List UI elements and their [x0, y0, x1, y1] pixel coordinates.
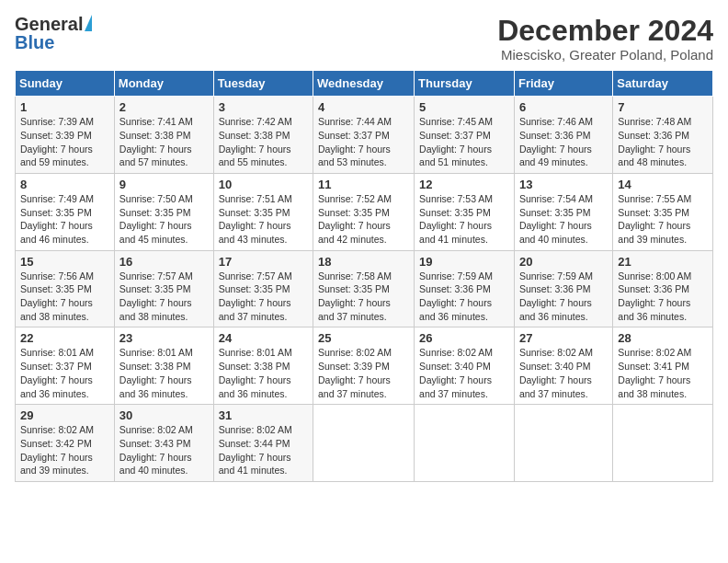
calendar-cell-w5-d5 [415, 405, 515, 482]
calendar-cell-w2-d5: 12Sunrise: 7:53 AMSunset: 3:35 PMDayligh… [415, 173, 515, 250]
day-number: 22 [20, 331, 109, 345]
day-detail: Sunrise: 7:59 AMSunset: 3:36 PMDaylight:… [419, 270, 493, 322]
calendar-cell-w4-d3: 24Sunrise: 8:01 AMSunset: 3:38 PMDayligh… [213, 327, 313, 405]
day-number: 19 [419, 255, 509, 269]
logo-triangle-icon [85, 15, 92, 31]
calendar-cell-w3-d5: 19Sunrise: 7:59 AMSunset: 3:36 PMDayligh… [415, 250, 515, 327]
calendar-cell-w3-d6: 20Sunrise: 7:59 AMSunset: 3:36 PMDayligh… [514, 250, 612, 327]
calendar-cell-w1-d1: 1Sunrise: 7:39 AMSunset: 3:39 PMDaylight… [16, 97, 115, 174]
header-tuesday: Tuesday [213, 71, 313, 97]
calendar-cell-w2-d3: 10Sunrise: 7:51 AMSunset: 3:35 PMDayligh… [213, 173, 313, 250]
day-number: 7 [618, 100, 708, 114]
day-number: 13 [519, 178, 608, 191]
calendar-cell-w2-d1: 8Sunrise: 7:49 AMSunset: 3:35 PMDaylight… [16, 173, 115, 250]
calendar-subtitle: Miescisko, Greater Poland, Poland [497, 47, 713, 63]
week-row-5: 29Sunrise: 8:02 AMSunset: 3:42 PMDayligh… [16, 405, 713, 482]
day-number: 8 [20, 178, 109, 191]
day-number: 17 [219, 255, 308, 269]
day-detail: Sunrise: 8:02 AMSunset: 3:40 PMDaylight:… [419, 347, 493, 398]
header-saturday: Saturday [613, 71, 713, 97]
weekday-header-row: SundayMondayTuesdayWednesdayThursdayFrid… [16, 71, 713, 97]
logo-general-text: General [15, 15, 83, 33]
day-detail: Sunrise: 7:45 AMSunset: 3:37 PMDaylight:… [419, 116, 493, 167]
day-number: 1 [20, 100, 109, 114]
calendar-cell-w1-d3: 3Sunrise: 7:42 AMSunset: 3:38 PMDaylight… [213, 97, 313, 174]
day-detail: Sunrise: 7:57 AMSunset: 3:35 PMDaylight:… [219, 270, 292, 322]
header: General Blue December 2024 Miescisko, Gr… [15, 15, 713, 63]
day-number: 25 [318, 331, 409, 345]
day-detail: Sunrise: 8:02 AMSunset: 3:40 PMDaylight:… [519, 347, 593, 398]
calendar-cell-w2-d7: 14Sunrise: 7:55 AMSunset: 3:35 PMDayligh… [613, 173, 713, 250]
day-detail: Sunrise: 7:49 AMSunset: 3:35 PMDaylight:… [20, 193, 94, 245]
day-detail: Sunrise: 7:52 AMSunset: 3:35 PMDaylight:… [318, 193, 392, 245]
day-number: 10 [219, 178, 308, 191]
calendar-cell-w4-d5: 26Sunrise: 8:02 AMSunset: 3:40 PMDayligh… [415, 327, 515, 405]
day-number: 5 [419, 100, 509, 114]
calendar-cell-w5-d3: 31Sunrise: 8:02 AMSunset: 3:44 PMDayligh… [213, 405, 313, 482]
day-number: 4 [318, 100, 409, 114]
calendar-cell-w5-d1: 29Sunrise: 8:02 AMSunset: 3:42 PMDayligh… [16, 405, 115, 482]
day-detail: Sunrise: 8:01 AMSunset: 3:37 PMDaylight:… [20, 347, 94, 398]
day-number: 28 [618, 331, 708, 345]
day-detail: Sunrise: 7:59 AMSunset: 3:36 PMDaylight:… [519, 270, 593, 322]
day-number: 6 [519, 100, 608, 114]
calendar-cell-w4-d2: 23Sunrise: 8:01 AMSunset: 3:38 PMDayligh… [114, 327, 213, 405]
day-number: 15 [20, 255, 109, 269]
day-number: 14 [618, 178, 708, 191]
day-number: 2 [119, 100, 209, 114]
calendar-cell-w3-d1: 15Sunrise: 7:56 AMSunset: 3:35 PMDayligh… [16, 250, 115, 327]
header-thursday: Thursday [415, 71, 515, 97]
calendar-cell-w1-d7: 7Sunrise: 7:48 AMSunset: 3:36 PMDaylight… [613, 97, 713, 174]
header-sunday: Sunday [16, 71, 115, 97]
calendar-cell-w3-d4: 18Sunrise: 7:58 AMSunset: 3:35 PMDayligh… [313, 250, 415, 327]
day-detail: Sunrise: 7:57 AMSunset: 3:35 PMDaylight:… [119, 270, 193, 322]
calendar-cell-w4-d7: 28Sunrise: 8:02 AMSunset: 3:41 PMDayligh… [613, 327, 713, 405]
day-detail: Sunrise: 8:02 AMSunset: 3:39 PMDaylight:… [318, 347, 392, 398]
calendar-cell-w3-d3: 17Sunrise: 7:57 AMSunset: 3:35 PMDayligh… [213, 250, 313, 327]
calendar-cell-w3-d2: 16Sunrise: 7:57 AMSunset: 3:35 PMDayligh… [114, 250, 213, 327]
day-detail: Sunrise: 8:01 AMSunset: 3:38 PMDaylight:… [219, 347, 292, 398]
calendar-cell-w1-d5: 5Sunrise: 7:45 AMSunset: 3:37 PMDaylight… [415, 97, 515, 174]
week-row-3: 15Sunrise: 7:56 AMSunset: 3:35 PMDayligh… [16, 250, 713, 327]
day-detail: Sunrise: 7:51 AMSunset: 3:35 PMDaylight:… [219, 193, 292, 245]
header-wednesday: Wednesday [313, 71, 415, 97]
day-detail: Sunrise: 7:50 AMSunset: 3:35 PMDaylight:… [119, 193, 193, 245]
day-number: 18 [318, 255, 409, 269]
day-number: 31 [219, 408, 308, 422]
day-number: 24 [219, 331, 308, 345]
day-number: 29 [20, 408, 109, 422]
title-area: December 2024 Miescisko, Greater Poland,… [497, 15, 713, 63]
day-detail: Sunrise: 8:01 AMSunset: 3:38 PMDaylight:… [119, 347, 193, 398]
logo-blue-text: Blue [15, 33, 54, 52]
day-number: 27 [519, 331, 608, 345]
day-detail: Sunrise: 7:56 AMSunset: 3:35 PMDaylight:… [20, 270, 94, 322]
calendar-cell-w5-d4 [313, 405, 415, 482]
calendar-cell-w1-d4: 4Sunrise: 7:44 AMSunset: 3:37 PMDaylight… [313, 97, 415, 174]
day-number: 3 [219, 100, 308, 114]
day-number: 23 [119, 331, 209, 345]
day-detail: Sunrise: 7:39 AMSunset: 3:39 PMDaylight:… [20, 116, 94, 167]
header-monday: Monday [114, 71, 213, 97]
calendar-cell-w4-d1: 22Sunrise: 8:01 AMSunset: 3:37 PMDayligh… [16, 327, 115, 405]
day-detail: Sunrise: 7:54 AMSunset: 3:35 PMDaylight:… [519, 193, 593, 245]
calendar-cell-w2-d6: 13Sunrise: 7:54 AMSunset: 3:35 PMDayligh… [514, 173, 612, 250]
logo: General Blue [15, 15, 92, 52]
day-number: 26 [419, 331, 509, 345]
day-number: 16 [119, 255, 209, 269]
day-detail: Sunrise: 7:44 AMSunset: 3:37 PMDaylight:… [318, 116, 392, 167]
day-number: 30 [119, 408, 209, 422]
calendar-table: SundayMondayTuesdayWednesdayThursdayFrid… [15, 70, 713, 482]
week-row-4: 22Sunrise: 8:01 AMSunset: 3:37 PMDayligh… [16, 327, 713, 405]
day-detail: Sunrise: 7:58 AMSunset: 3:35 PMDaylight:… [318, 270, 392, 322]
calendar-cell-w5-d2: 30Sunrise: 8:02 AMSunset: 3:43 PMDayligh… [114, 405, 213, 482]
day-number: 11 [318, 178, 409, 191]
calendar-title: December 2024 [497, 15, 713, 47]
day-number: 21 [618, 255, 708, 269]
day-detail: Sunrise: 8:02 AMSunset: 3:43 PMDaylight:… [119, 424, 193, 476]
calendar-cell-w1-d2: 2Sunrise: 7:41 AMSunset: 3:38 PMDaylight… [114, 97, 213, 174]
week-row-1: 1Sunrise: 7:39 AMSunset: 3:39 PMDaylight… [16, 97, 713, 174]
calendar-cell-w2-d4: 11Sunrise: 7:52 AMSunset: 3:35 PMDayligh… [313, 173, 415, 250]
calendar-cell-w4-d4: 25Sunrise: 8:02 AMSunset: 3:39 PMDayligh… [313, 327, 415, 405]
day-detail: Sunrise: 7:41 AMSunset: 3:38 PMDaylight:… [119, 116, 193, 167]
day-detail: Sunrise: 8:02 AMSunset: 3:41 PMDaylight:… [618, 347, 691, 398]
